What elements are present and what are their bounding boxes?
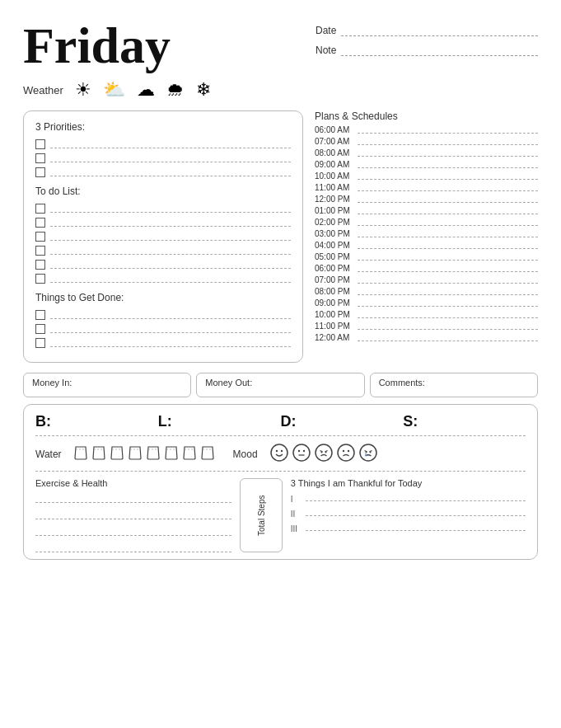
time-label-4: 10:00 AM (315, 171, 353, 181)
svg-point-19 (342, 450, 344, 452)
water-cup-7[interactable] (182, 444, 197, 464)
time-line-0[interactable] (358, 127, 538, 134)
time-line-10[interactable] (358, 242, 538, 249)
priority-checkbox-3[interactable] (35, 167, 45, 177)
things-checkbox-3[interactable] (35, 338, 45, 348)
priority-checkbox-2[interactable] (35, 153, 45, 163)
todo-line-4[interactable] (50, 247, 291, 255)
exercise-line-4[interactable] (35, 541, 231, 552)
time-label-10: 04:00 PM (315, 241, 353, 250)
note-line[interactable] (341, 45, 538, 56)
things-line-1[interactable] (50, 311, 291, 319)
time-line-18[interactable] (358, 335, 538, 341)
comments-box[interactable]: Comments: (370, 373, 538, 397)
mood-face-2[interactable] (292, 443, 311, 466)
things-checkbox-1[interactable] (35, 310, 45, 320)
time-line-3[interactable] (358, 162, 538, 168)
svg-point-13 (302, 450, 304, 452)
things-line-2[interactable] (50, 325, 291, 333)
time-row: 05:00 PM (315, 252, 538, 261)
water-cup-5[interactable] (146, 444, 161, 464)
todo-item-6 (35, 274, 291, 284)
todo-line-2[interactable] (50, 218, 291, 227)
water-label: Water (35, 449, 62, 460)
todo-checkbox-6[interactable] (35, 274, 45, 284)
time-line-11[interactable] (358, 254, 538, 261)
time-line-17[interactable] (358, 323, 538, 330)
todo-checkbox-4[interactable] (35, 246, 45, 256)
priority-line-2[interactable] (50, 154, 291, 162)
time-line-2[interactable] (358, 150, 538, 157)
mood-face-4[interactable] (336, 443, 356, 466)
water-cup-4[interactable] (128, 444, 143, 464)
time-line-12[interactable] (358, 265, 538, 272)
water-cup-2[interactable] (91, 444, 106, 464)
svg-point-23 (369, 452, 371, 453)
total-steps-box[interactable]: Total Steps (240, 478, 283, 552)
thankful-line-3[interactable] (306, 523, 526, 531)
mood-faces (269, 443, 378, 466)
priority-line-1[interactable] (50, 140, 291, 148)
todo-checkbox-1[interactable] (35, 204, 45, 214)
time-row: 09:00 PM (315, 298, 538, 308)
time-row: 08:00 PM (315, 287, 538, 296)
snowy-icon[interactable]: ❄ (196, 79, 211, 101)
thankful-line-2[interactable] (306, 508, 526, 516)
time-line-16[interactable] (358, 312, 538, 318)
things-line-3[interactable] (50, 339, 291, 347)
todo-line-5[interactable] (50, 261, 291, 269)
meals-box: B: L: D: S: Water (23, 404, 538, 560)
todo-line-3[interactable] (50, 232, 291, 241)
time-line-5[interactable] (358, 185, 538, 191)
cloudy-icon[interactable]: ☁ (137, 79, 155, 101)
time-line-8[interactable] (358, 219, 538, 226)
exercise-line-3[interactable] (35, 524, 231, 536)
water-cup-6[interactable] (164, 444, 179, 464)
time-label-17: 11:00 PM (315, 322, 353, 331)
water-cup-1[interactable] (73, 444, 88, 464)
todo-checkbox-2[interactable] (35, 218, 45, 228)
thankful-line-1[interactable] (306, 493, 526, 501)
todo-item-5 (35, 260, 291, 270)
svg-point-22 (365, 452, 367, 453)
rainy-icon[interactable]: 🌧 (166, 79, 185, 101)
things-checkbox-2[interactable] (35, 324, 45, 334)
time-label-0: 06:00 AM (315, 125, 353, 134)
thankful-item-3: III (291, 523, 526, 533)
mood-label: Mood (233, 449, 258, 460)
partly-cloudy-icon[interactable]: ⛅ (103, 79, 125, 101)
time-line-9[interactable] (358, 231, 538, 237)
priority-item-3 (35, 167, 291, 177)
time-line-14[interactable] (358, 289, 538, 295)
time-line-4[interactable] (358, 173, 538, 180)
time-line-15[interactable] (358, 300, 538, 307)
todo-line-6[interactable] (50, 275, 291, 283)
water-cup-8[interactable] (200, 444, 215, 464)
todo-item-4 (35, 246, 291, 256)
time-row: 10:00 PM (315, 310, 538, 319)
mood-face-1[interactable] (269, 443, 289, 466)
money-out-box[interactable]: Money Out: (196, 373, 364, 397)
time-line-6[interactable] (358, 196, 538, 203)
svg-point-21 (360, 444, 376, 461)
thankful-num-1: I (291, 493, 302, 504)
exercise-line-2[interactable] (35, 508, 231, 519)
sunny-icon[interactable]: ☀ (75, 79, 91, 101)
todo-checkbox-5[interactable] (35, 260, 45, 270)
mood-face-5[interactable] (358, 443, 378, 466)
time-line-13[interactable] (358, 277, 538, 284)
time-label-7: 01:00 PM (315, 206, 353, 215)
priority-line-3[interactable] (50, 168, 291, 176)
priority-checkbox-1[interactable] (35, 139, 45, 149)
todo-line-1[interactable] (50, 204, 291, 213)
time-line-1[interactable] (358, 139, 538, 145)
page: Friday Date Note Weather ☀ ⛅ ☁ 🌧 ❄ 3 Pri… (0, 0, 561, 728)
money-in-box[interactable]: Money In: (23, 373, 191, 397)
breakfast-label: B: (35, 413, 158, 430)
exercise-line-1[interactable] (35, 491, 231, 503)
mood-face-3[interactable] (314, 443, 334, 466)
todo-checkbox-3[interactable] (35, 232, 45, 242)
date-line[interactable] (341, 25, 538, 36)
time-line-7[interactable] (358, 208, 538, 214)
water-cup-3[interactable] (110, 444, 124, 464)
